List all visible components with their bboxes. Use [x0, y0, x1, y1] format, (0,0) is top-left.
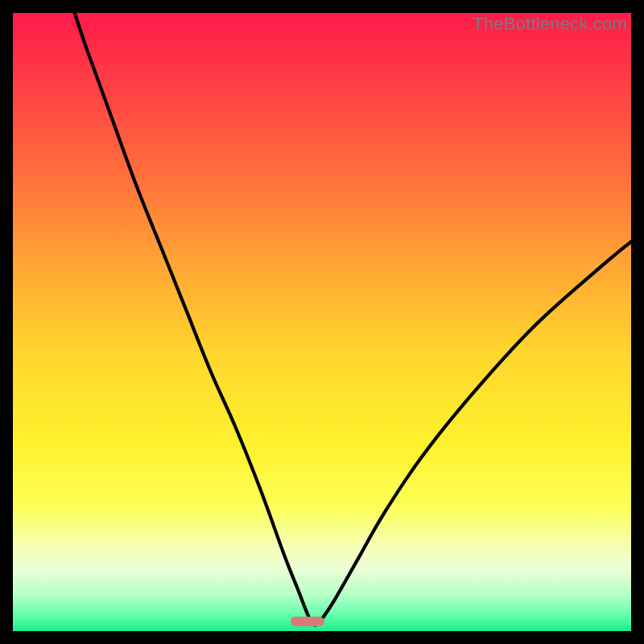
chart-frame: TheBottleneck.com — [13, 13, 631, 631]
plot-area: TheBottleneck.com — [13, 13, 631, 631]
watermark-text: TheBottleneck.com — [473, 14, 627, 35]
bottleneck-curve — [13, 13, 631, 631]
optimal-marker — [291, 617, 324, 626]
